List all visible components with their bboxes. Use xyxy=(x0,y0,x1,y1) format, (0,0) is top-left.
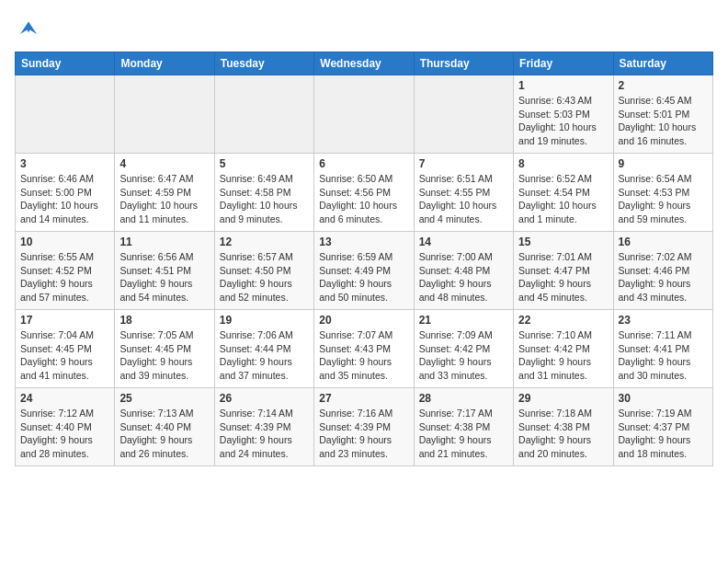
day-info: Sunrise: 7:05 AM Sunset: 4:45 PM Dayligh… xyxy=(119,328,209,383)
day-info: Sunrise: 7:04 AM Sunset: 4:45 PM Dayligh… xyxy=(20,328,109,383)
day-info: Sunrise: 7:14 AM Sunset: 4:39 PM Dayligh… xyxy=(220,407,309,461)
day-number: 5 xyxy=(220,157,309,170)
calendar-cell: 29Sunrise: 7:18 AM Sunset: 4:38 PM Dayli… xyxy=(514,388,613,466)
weekday-header-tuesday: Tuesday xyxy=(214,52,313,75)
day-info: Sunrise: 6:51 AM Sunset: 4:55 PM Dayligh… xyxy=(419,172,508,226)
calendar-table: SundayMondayTuesdayWednesdayThursdayFrid… xyxy=(15,52,713,466)
calendar-cell: 16Sunrise: 7:02 AM Sunset: 4:46 PM Dayli… xyxy=(613,232,712,310)
day-info: Sunrise: 6:47 AM Sunset: 4:59 PM Dayligh… xyxy=(119,172,209,226)
day-info: Sunrise: 6:55 AM Sunset: 4:52 PM Dayligh… xyxy=(20,250,109,304)
calendar-week-1: 1Sunrise: 6:43 AM Sunset: 5:03 PM Daylig… xyxy=(16,75,713,154)
day-info: Sunrise: 6:59 AM Sunset: 4:49 PM Dayligh… xyxy=(319,250,408,304)
day-number: 22 xyxy=(518,314,608,327)
day-info: Sunrise: 6:52 AM Sunset: 4:54 PM Dayligh… xyxy=(518,172,608,226)
calendar-cell: 30Sunrise: 7:19 AM Sunset: 4:37 PM Dayli… xyxy=(613,388,712,466)
calendar-body: 1Sunrise: 6:43 AM Sunset: 5:03 PM Daylig… xyxy=(16,75,713,466)
logo-icon xyxy=(15,15,42,42)
day-info: Sunrise: 7:13 AM Sunset: 4:40 PM Dayligh… xyxy=(119,407,209,461)
calendar-cell xyxy=(214,75,313,154)
calendar-cell: 6Sunrise: 6:50 AM Sunset: 4:56 PM Daylig… xyxy=(314,154,414,232)
weekday-header-friday: Friday xyxy=(514,52,613,75)
calendar-cell: 7Sunrise: 6:51 AM Sunset: 4:55 PM Daylig… xyxy=(414,154,513,232)
day-number: 19 xyxy=(220,314,309,327)
day-number: 17 xyxy=(20,314,109,327)
day-info: Sunrise: 7:11 AM Sunset: 4:41 PM Dayligh… xyxy=(619,328,708,383)
day-number: 3 xyxy=(20,157,109,170)
weekday-header-saturday: Saturday xyxy=(613,52,712,75)
day-info: Sunrise: 6:54 AM Sunset: 4:53 PM Dayligh… xyxy=(619,172,708,226)
day-info: Sunrise: 6:57 AM Sunset: 4:50 PM Dayligh… xyxy=(220,250,309,304)
calendar-cell: 26Sunrise: 7:14 AM Sunset: 4:39 PM Dayli… xyxy=(214,388,313,466)
day-info: Sunrise: 7:00 AM Sunset: 4:48 PM Dayligh… xyxy=(419,250,508,304)
calendar-cell: 12Sunrise: 6:57 AM Sunset: 4:50 PM Dayli… xyxy=(214,232,313,310)
calendar-cell xyxy=(115,75,214,154)
weekday-header-sunday: Sunday xyxy=(16,52,115,75)
day-info: Sunrise: 7:09 AM Sunset: 4:42 PM Dayligh… xyxy=(419,328,508,383)
calendar-cell: 28Sunrise: 7:17 AM Sunset: 4:38 PM Dayli… xyxy=(414,388,513,466)
day-number: 2 xyxy=(619,79,708,92)
day-info: Sunrise: 6:43 AM Sunset: 5:03 PM Dayligh… xyxy=(518,94,608,148)
day-info: Sunrise: 7:06 AM Sunset: 4:44 PM Dayligh… xyxy=(220,328,309,383)
calendar-cell: 13Sunrise: 6:59 AM Sunset: 4:49 PM Dayli… xyxy=(314,232,414,310)
day-number: 14 xyxy=(419,236,508,248)
day-info: Sunrise: 6:49 AM Sunset: 4:58 PM Dayligh… xyxy=(220,172,309,226)
calendar-cell xyxy=(314,75,414,154)
day-number: 13 xyxy=(319,236,408,248)
calendar-cell: 3Sunrise: 6:46 AM Sunset: 5:00 PM Daylig… xyxy=(16,154,115,232)
day-info: Sunrise: 6:45 AM Sunset: 5:01 PM Dayligh… xyxy=(619,94,708,148)
calendar-cell: 11Sunrise: 6:56 AM Sunset: 4:51 PM Dayli… xyxy=(115,232,214,310)
day-number: 29 xyxy=(518,392,608,405)
day-number: 26 xyxy=(220,392,309,405)
day-number: 27 xyxy=(319,392,408,405)
logo xyxy=(15,15,46,42)
day-info: Sunrise: 7:01 AM Sunset: 4:47 PM Dayligh… xyxy=(518,250,608,304)
day-info: Sunrise: 7:10 AM Sunset: 4:42 PM Dayligh… xyxy=(518,328,608,383)
day-number: 15 xyxy=(518,236,608,248)
day-info: Sunrise: 6:46 AM Sunset: 5:00 PM Dayligh… xyxy=(20,172,109,226)
day-info: Sunrise: 6:56 AM Sunset: 4:51 PM Dayligh… xyxy=(119,250,209,304)
day-number: 20 xyxy=(319,314,408,327)
day-info: Sunrise: 7:18 AM Sunset: 4:38 PM Dayligh… xyxy=(518,407,608,461)
weekday-header-wednesday: Wednesday xyxy=(314,52,414,75)
calendar-cell: 15Sunrise: 7:01 AM Sunset: 4:47 PM Dayli… xyxy=(514,232,613,310)
calendar-week-2: 3Sunrise: 6:46 AM Sunset: 5:00 PM Daylig… xyxy=(16,154,713,232)
calendar-cell: 19Sunrise: 7:06 AM Sunset: 4:44 PM Dayli… xyxy=(214,310,313,388)
day-number: 25 xyxy=(119,392,209,405)
calendar-cell: 10Sunrise: 6:55 AM Sunset: 4:52 PM Dayli… xyxy=(16,232,115,310)
day-number: 12 xyxy=(220,236,309,248)
calendar-cell: 27Sunrise: 7:16 AM Sunset: 4:39 PM Dayli… xyxy=(314,388,414,466)
calendar-cell xyxy=(414,75,513,154)
day-info: Sunrise: 6:50 AM Sunset: 4:56 PM Dayligh… xyxy=(319,172,408,226)
calendar-cell: 21Sunrise: 7:09 AM Sunset: 4:42 PM Dayli… xyxy=(414,310,513,388)
day-number: 24 xyxy=(20,392,109,405)
calendar-week-5: 24Sunrise: 7:12 AM Sunset: 4:40 PM Dayli… xyxy=(16,388,713,466)
day-number: 1 xyxy=(518,79,608,92)
day-info: Sunrise: 7:17 AM Sunset: 4:38 PM Dayligh… xyxy=(419,407,508,461)
calendar-cell: 4Sunrise: 6:47 AM Sunset: 4:59 PM Daylig… xyxy=(115,154,214,232)
day-number: 16 xyxy=(619,236,708,248)
day-info: Sunrise: 7:07 AM Sunset: 4:43 PM Dayligh… xyxy=(319,328,408,383)
day-number: 18 xyxy=(119,314,209,327)
day-number: 21 xyxy=(419,314,508,327)
day-number: 7 xyxy=(419,157,508,170)
day-number: 6 xyxy=(319,157,408,170)
calendar-cell: 5Sunrise: 6:49 AM Sunset: 4:58 PM Daylig… xyxy=(214,154,313,232)
calendar-cell: 23Sunrise: 7:11 AM Sunset: 4:41 PM Dayli… xyxy=(613,310,712,388)
day-number: 23 xyxy=(619,314,708,327)
day-number: 11 xyxy=(119,236,209,248)
weekday-header-thursday: Thursday xyxy=(414,52,513,75)
day-number: 30 xyxy=(619,392,708,405)
calendar-cell: 17Sunrise: 7:04 AM Sunset: 4:45 PM Dayli… xyxy=(16,310,115,388)
weekday-header-monday: Monday xyxy=(115,52,214,75)
weekday-header-row: SundayMondayTuesdayWednesdayThursdayFrid… xyxy=(16,52,713,75)
day-info: Sunrise: 7:02 AM Sunset: 4:46 PM Dayligh… xyxy=(619,250,708,304)
day-number: 8 xyxy=(518,157,608,170)
calendar-cell: 1Sunrise: 6:43 AM Sunset: 5:03 PM Daylig… xyxy=(514,75,613,154)
calendar-cell: 22Sunrise: 7:10 AM Sunset: 4:42 PM Dayli… xyxy=(514,310,613,388)
calendar-cell: 2Sunrise: 6:45 AM Sunset: 5:01 PM Daylig… xyxy=(613,75,712,154)
calendar-week-4: 17Sunrise: 7:04 AM Sunset: 4:45 PM Dayli… xyxy=(16,310,713,388)
page-header xyxy=(15,15,713,42)
calendar-cell: 20Sunrise: 7:07 AM Sunset: 4:43 PM Dayli… xyxy=(314,310,414,388)
day-number: 28 xyxy=(419,392,508,405)
day-info: Sunrise: 7:19 AM Sunset: 4:37 PM Dayligh… xyxy=(619,407,708,461)
